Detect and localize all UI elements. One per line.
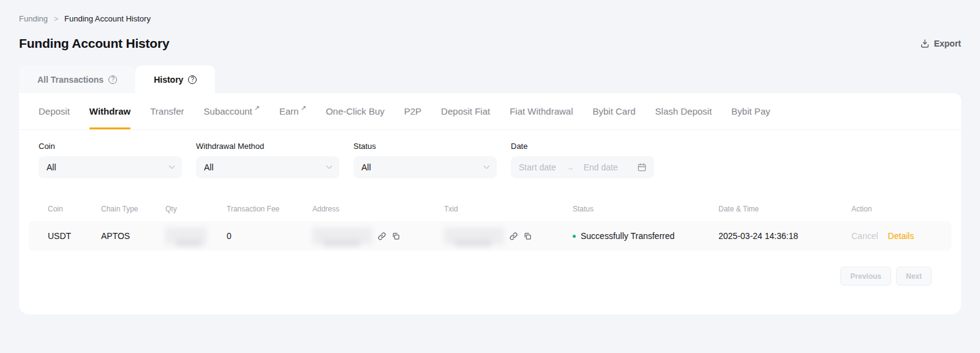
- subtab-deposit[interactable]: Deposit: [39, 93, 70, 129]
- table-header-row: Coin Chain Type Qty Transaction Fee Addr…: [29, 197, 951, 221]
- help-icon[interactable]: ?: [188, 75, 197, 84]
- txid-explorer-link-icon[interactable]: [509, 232, 518, 241]
- col-transaction-fee: Transaction Fee: [227, 205, 312, 213]
- cancel-action[interactable]: Cancel: [851, 231, 878, 241]
- breadcrumb-separator-icon: >: [54, 15, 58, 23]
- breadcrumb: Funding > Funding Account History: [0, 0, 980, 23]
- col-qty: Qty: [165, 205, 227, 213]
- col-datetime: Date & Time: [718, 205, 851, 213]
- status-select[interactable]: All: [353, 156, 497, 178]
- tab-all-transactions[interactable]: All Transactions ?: [19, 66, 135, 93]
- subtab-earn[interactable]: Earn↗: [279, 93, 306, 129]
- filter-status: Status All: [353, 142, 497, 178]
- status-success-dot-icon: [573, 235, 576, 238]
- previous-page-button[interactable]: Previous: [840, 267, 891, 286]
- withdrawals-table: Coin Chain Type Qty Transaction Fee Addr…: [29, 197, 951, 251]
- subtab-p2p[interactable]: P2P: [404, 93, 421, 129]
- filter-coin: Coin All: [39, 142, 182, 178]
- col-txid: Txid: [444, 205, 573, 213]
- cell-chain-type: APTOS: [101, 231, 165, 241]
- cell-qty: [165, 227, 227, 245]
- chevron-down-icon: [169, 162, 175, 169]
- subtab-bybit-pay[interactable]: Bybit Pay: [731, 93, 770, 129]
- subtab-fiat-withdrawal[interactable]: Fiat Withdrawal: [510, 93, 573, 129]
- col-address: Address: [312, 205, 444, 213]
- history-card: Deposit Withdraw Transfer Subaccount↗ Ea…: [19, 93, 961, 314]
- col-action: Action: [851, 205, 941, 213]
- download-icon: [920, 39, 930, 48]
- status-select-value: All: [361, 162, 371, 172]
- cell-transaction-fee: 0: [227, 231, 312, 241]
- history-type-nav: Deposit Withdraw Transfer Subaccount↗ Ea…: [19, 93, 961, 130]
- pagination: Previous Next: [19, 251, 961, 286]
- cell-datetime: 2025-03-24 14:36:18: [718, 231, 851, 241]
- start-date-input[interactable]: Start date: [519, 162, 556, 172]
- col-status: Status: [573, 205, 718, 213]
- export-button[interactable]: Export: [920, 39, 961, 48]
- subtab-transfer[interactable]: Transfer: [150, 93, 184, 129]
- account-tabs: All Transactions ? History ?: [19, 66, 980, 93]
- tab-all-transactions-label: All Transactions: [37, 75, 104, 85]
- col-chain-type: Chain Type: [101, 205, 165, 213]
- date-range-picker[interactable]: Start date → End date: [511, 156, 654, 178]
- cell-action: Cancel Details: [851, 231, 941, 241]
- status-text: Successfully Transferred: [581, 231, 674, 241]
- table-row: USDT APTOS 0: [29, 221, 951, 251]
- cell-coin: USDT: [48, 231, 101, 241]
- subtab-one-click-buy[interactable]: One-Click Buy: [326, 93, 385, 129]
- filter-date-label: Date: [511, 142, 654, 151]
- external-link-icon: ↗: [254, 104, 260, 112]
- export-label: Export: [934, 39, 961, 48]
- date-range-arrow-icon: →: [566, 163, 574, 172]
- cell-txid: [444, 227, 573, 245]
- redacted-address: [312, 227, 372, 245]
- coin-select-value: All: [47, 162, 56, 172]
- withdrawal-method-select-value: All: [204, 162, 214, 172]
- coin-select[interactable]: All: [39, 156, 182, 178]
- tab-history[interactable]: History ?: [135, 66, 215, 93]
- chevron-down-icon: [484, 162, 490, 169]
- calendar-icon[interactable]: [637, 162, 647, 172]
- col-coin: Coin: [48, 205, 101, 213]
- withdrawal-method-select[interactable]: All: [196, 156, 339, 178]
- title-row: Funding Account History Export: [0, 23, 980, 51]
- cell-address: [312, 227, 444, 245]
- cell-status: Successfully Transferred: [573, 231, 718, 241]
- filter-bar: Coin All Withdrawal Method All Status Al…: [19, 130, 961, 178]
- chevron-down-icon: [326, 162, 333, 169]
- subtab-subaccount[interactable]: Subaccount↗: [204, 93, 260, 129]
- filter-date: Date Start date → End date: [511, 142, 654, 178]
- filter-withdrawal-method-label: Withdrawal Method: [196, 142, 339, 151]
- address-copy-icon[interactable]: [391, 232, 401, 241]
- help-icon[interactable]: ?: [108, 75, 117, 84]
- redacted-qty: [165, 227, 206, 245]
- subtab-withdraw[interactable]: Withdraw: [89, 93, 130, 129]
- page-title: Funding Account History: [19, 36, 169, 51]
- filter-status-label: Status: [353, 142, 497, 151]
- txid-copy-icon[interactable]: [523, 232, 532, 241]
- filter-coin-label: Coin: [39, 142, 182, 151]
- end-date-input[interactable]: End date: [584, 162, 618, 172]
- redacted-txid: [444, 227, 504, 245]
- breadcrumb-funding[interactable]: Funding: [19, 14, 48, 23]
- external-link-icon: ↗: [301, 104, 306, 112]
- subtab-bybit-card[interactable]: Bybit Card: [593, 93, 636, 129]
- subtab-deposit-fiat[interactable]: Deposit Fiat: [441, 93, 490, 129]
- address-explorer-link-icon[interactable]: [377, 232, 386, 241]
- details-action[interactable]: Details: [888, 231, 914, 241]
- next-page-button[interactable]: Next: [896, 267, 932, 286]
- filter-withdrawal-method: Withdrawal Method All: [196, 142, 339, 178]
- breadcrumb-current: Funding Account History: [64, 14, 151, 23]
- subtab-slash-deposit[interactable]: Slash Deposit: [655, 93, 712, 129]
- tab-history-label: History: [154, 75, 183, 85]
